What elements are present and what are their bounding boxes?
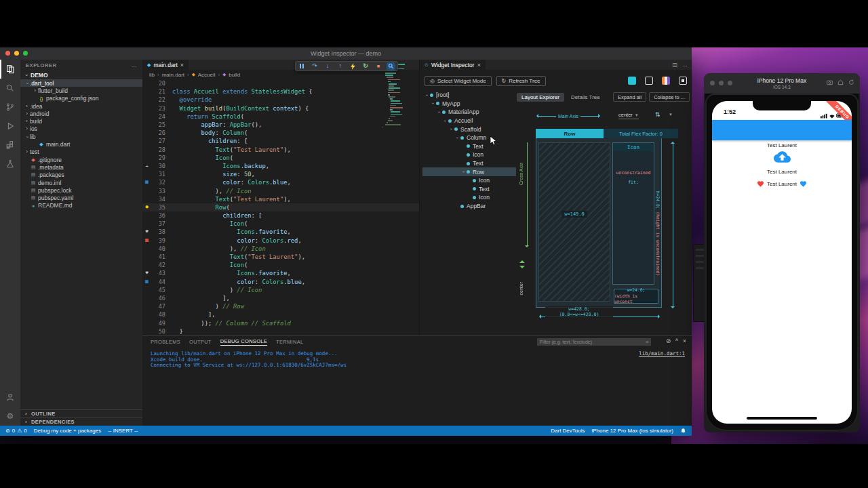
step-over-icon[interactable]: ↷: [311, 62, 319, 70]
code-line[interactable]: ♥38 Icons.favorite,: [142, 228, 419, 236]
show-guidelines-icon[interactable]: [645, 77, 653, 85]
explorer-item[interactable]: ›test: [20, 148, 142, 156]
inspector-tree-item[interactable]: ›[root]: [422, 91, 516, 100]
rotate-icon[interactable]: [848, 79, 854, 85]
breadcrumb-item[interactable]: lib: [149, 72, 155, 78]
maximize-panel-icon[interactable]: ^: [675, 338, 678, 344]
inspector-tree-item[interactable]: Icon: [422, 193, 516, 202]
extensions-icon[interactable]: [0, 136, 20, 155]
inspector-tree-item[interactable]: AppBar: [422, 202, 516, 211]
screenshot-icon[interactable]: [827, 79, 833, 85]
expand-all-button[interactable]: Expand all: [613, 92, 646, 102]
tab-terminal[interactable]: TERMINAL: [276, 339, 303, 345]
explorer-item[interactable]: ▤demo.iml: [20, 179, 142, 186]
explorer-item[interactable]: ›lib: [20, 133, 142, 140]
dart-devtools-status[interactable]: Dart DevTools: [551, 428, 585, 434]
settings-gear-icon[interactable]: ⚙: [0, 407, 20, 426]
breadcrumb[interactable]: lib › main.dart › ◆ Accueil › ◆ build: [142, 70, 419, 79]
search-icon[interactable]: [0, 79, 20, 98]
icon-child-box[interactable]: Icon unconstrained fit:: [612, 142, 654, 285]
tab-output[interactable]: OUTPUT: [189, 339, 212, 345]
code-line[interactable]: 21class Accueil extends StatelessWidget …: [142, 87, 419, 96]
tab-widget-inspector[interactable]: ⊙ Widget Inspector ×: [420, 60, 486, 70]
code-line[interactable]: 22 @override: [142, 96, 419, 104]
source-control-icon[interactable]: [0, 98, 20, 117]
problems-status[interactable]: ⊘0 ⚠0: [5, 428, 27, 434]
close-tab-icon[interactable]: ×: [180, 62, 184, 68]
code-line[interactable]: ☁30 Icons.backup,: [142, 162, 419, 170]
explorer-item[interactable]: ▤pubspec.lock: [20, 186, 142, 194]
inspector-tree-item[interactable]: Text: [422, 185, 516, 194]
code-line[interactable]: ■32 color: Colors.blue,: [142, 178, 419, 186]
code-line[interactable]: 41 Text("Test Laurent"),: [142, 253, 419, 261]
inspector-tree-item[interactable]: ›MyApp: [422, 100, 516, 108]
breadcrumb-item[interactable]: Accueil: [198, 72, 216, 78]
hot-reload-icon[interactable]: [349, 62, 357, 70]
code-line[interactable]: 45 ) // Icon: [142, 286, 419, 294]
code-line[interactable]: ●35 Row(: [142, 203, 419, 211]
tab-debug-console[interactable]: DEBUG CONSOLE: [220, 338, 267, 346]
explorer-actions-icon[interactable]: …: [132, 62, 137, 68]
explorer-item[interactable]: ▤.packages: [20, 171, 142, 179]
code-line[interactable]: 46 ],: [142, 294, 419, 302]
minimap[interactable]: [381, 62, 414, 129]
window-controls[interactable]: [710, 81, 732, 85]
slow-animations-icon[interactable]: [628, 77, 636, 85]
code-line[interactable]: ■39 color: Colors.red,: [142, 237, 419, 245]
explorer-item[interactable]: ●README.md: [20, 202, 142, 209]
main-axis-alignment-dropdown[interactable]: center ▼: [618, 112, 639, 119]
code-line[interactable]: 24 return Scaffold(: [142, 113, 419, 121]
explorer-item[interactable]: ▤.metadata: [20, 163, 142, 171]
explorer-item[interactable]: ›android: [20, 110, 142, 117]
code-line[interactable]: 37 Icon(: [142, 220, 419, 228]
chevron-down-icon[interactable]: ▼: [669, 113, 673, 117]
close-tab-icon[interactable]: ×: [477, 62, 481, 68]
inspector-tree-item[interactable]: ›Scaffold: [422, 125, 516, 134]
split-editor-icon[interactable]: ◫: [672, 62, 677, 68]
stop-icon[interactable]: ■: [374, 62, 382, 70]
dependencies-section[interactable]: ›DEPENDENCIES: [20, 418, 142, 426]
tab-main-dart[interactable]: ◆ main.dart ×: [142, 60, 189, 70]
tab-problems[interactable]: PROBLEMS: [151, 339, 180, 345]
pause-icon[interactable]: [298, 62, 307, 70]
zoom-window-button[interactable]: [23, 51, 28, 56]
cross-axis-alignment-icon[interactable]: [519, 260, 525, 270]
breadcrumb-item[interactable]: main.dart: [162, 72, 184, 78]
tab-details-tree[interactable]: Details Tree: [566, 93, 605, 102]
iphone-screen[interactable]: 1:52 DEBUG: [712, 101, 852, 424]
code-line[interactable]: 36 children: [: [142, 211, 419, 220]
code-line[interactable]: 27 children: [: [142, 137, 419, 145]
widget-inspector-icon[interactable]: [387, 62, 395, 70]
explorer-item[interactable]: ›flutter_build: [20, 87, 142, 94]
code-line[interactable]: 40 ), // Icon: [142, 245, 419, 253]
simulator-titlebar[interactable]: iPhone 12 Pro Max iOS 14.3: [704, 73, 860, 94]
inspector-tree-item[interactable]: Icon: [422, 176, 516, 185]
project-root-item[interactable]: › DEMO: [20, 70, 142, 79]
vscode-titlebar[interactable]: Widget Inspector — demo: [0, 47, 692, 60]
code-line[interactable]: ♥43 Icons.favorite,: [142, 269, 419, 277]
device-status[interactable]: iPhone 12 Pro Max (ios simulator): [592, 428, 674, 434]
more-actions-icon[interactable]: …: [682, 62, 688, 68]
code-line[interactable]: 47 ) // Row: [142, 302, 419, 310]
minimize-window-button[interactable]: [14, 51, 19, 56]
refresh-tree-button[interactable]: ↻ Refresh Tree: [496, 76, 546, 86]
accounts-icon[interactable]: [0, 388, 20, 407]
inspector-tree-item[interactable]: ›Column: [422, 134, 516, 142]
code-line[interactable]: 28 Text("Test Laurent"),: [142, 146, 419, 154]
highlight-repaints-icon[interactable]: [679, 77, 687, 85]
console-filter-input[interactable]: Filter (e.g. text, !exclude) ≡: [537, 338, 651, 346]
inspector-tree-item[interactable]: ›Row: [422, 167, 516, 176]
step-out-icon[interactable]: ↑: [336, 62, 344, 70]
select-widget-mode-button[interactable]: ◎ Select Widget Mode: [425, 76, 492, 86]
step-into-icon[interactable]: ↓: [323, 62, 332, 70]
inspector-tree-item[interactable]: Icon: [422, 150, 516, 159]
inspector-tree-item[interactable]: ›Accueil: [422, 117, 516, 125]
code-line[interactable]: ■44 color: Colors.blue,: [142, 278, 419, 286]
explorer-item[interactable]: ›.dart_tool: [20, 79, 142, 87]
hot-restart-icon[interactable]: ↻: [361, 62, 370, 70]
explorer-item[interactable]: ›ios: [20, 125, 142, 133]
code-line[interactable]: 20: [142, 79, 419, 87]
explorer-item[interactable]: ›.idea: [20, 102, 142, 110]
code-line[interactable]: 31 size: 50,: [142, 170, 419, 178]
explorer-item[interactable]: ▤pubspec.yaml: [20, 194, 142, 201]
